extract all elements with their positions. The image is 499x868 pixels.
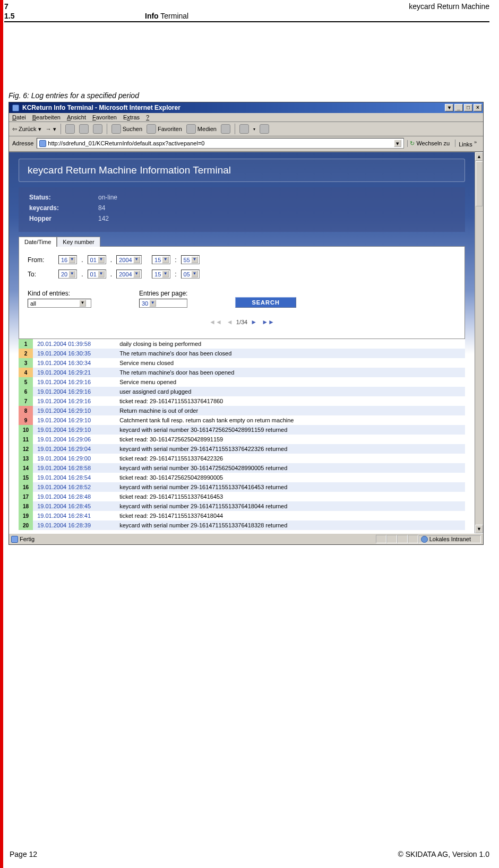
- row-timestamp: 19.01.2004 16:28:39: [33, 520, 115, 530]
- table-row: 1919.01.2004 16:28:41ticket read: 29-161…: [19, 511, 465, 520]
- toolbar-separator: [107, 124, 107, 134]
- mail-icon[interactable]: [239, 124, 249, 134]
- chevron-down-icon: ▼: [133, 256, 140, 263]
- pager-first-icon[interactable]: ◄◄: [208, 318, 223, 326]
- address-field[interactable]: http://sdrefund_01/KCReturnInfo/default.…: [37, 138, 404, 149]
- row-message: The return machine's door has been opene…: [115, 368, 465, 377]
- from-day-select[interactable]: 16▼: [58, 255, 77, 264]
- window-title: KCReturn Info Terminal - Microsoft Inter…: [22, 104, 180, 111]
- footer-page: Page 12: [10, 850, 37, 858]
- row-number: 13: [19, 454, 33, 463]
- row-timestamp: 19.01.2004 16:29:16: [33, 377, 115, 387]
- menu-datei[interactable]: Datei: [12, 114, 26, 120]
- scroll-down-icon[interactable]: ▼: [475, 525, 483, 533]
- search-button[interactable]: Suchen: [111, 124, 142, 134]
- pager-next-icon[interactable]: ►: [249, 318, 259, 326]
- globe-icon: [421, 536, 428, 543]
- row-timestamp: 19.01.2004 16:28:41: [33, 511, 115, 520]
- table-row: 219.01.2004 16:30:35The return machine's…: [19, 349, 465, 358]
- menubar: Datei Bearbeiten Ansicht Favoriten Extra…: [9, 113, 483, 122]
- row-timestamp: 19.01.2004 16:29:10: [33, 415, 115, 425]
- page-icon: [11, 536, 18, 543]
- row-message: daily closing is being performed: [115, 339, 465, 349]
- row-timestamp: 19.01.2004 16:29:16: [33, 396, 115, 406]
- vertical-scrollbar[interactable]: ▲ ▼: [475, 152, 483, 533]
- menu-bearbeiten[interactable]: Bearbeiten: [32, 114, 61, 120]
- minimize-button[interactable]: _: [454, 104, 463, 111]
- row-timestamp: 19.01.2004 16:29:10: [33, 425, 115, 435]
- row-timestamp: 19.01.2004 16:29:04: [33, 444, 115, 454]
- table-row: 1319.01.2004 16:29:00ticket read: 29-161…: [19, 454, 465, 463]
- to-month-select[interactable]: 01▼: [88, 270, 106, 279]
- window-titlebar: KCReturn Info Terminal - Microsoft Inter…: [9, 102, 483, 113]
- red-margin-stripe: [0, 0, 3, 868]
- address-dropdown[interactable]: ▾: [394, 140, 401, 147]
- to-hour-select[interactable]: 15▼: [152, 270, 170, 279]
- row-number: 4: [19, 368, 33, 377]
- row-number: 17: [19, 492, 33, 501]
- from-min-select[interactable]: 55▼: [181, 255, 200, 264]
- back-button[interactable]: ⇦ Zurück ▾: [12, 126, 41, 133]
- keycards-label: keycards:: [29, 204, 98, 212]
- from-month-select[interactable]: 01▼: [88, 255, 106, 264]
- security-zone: Lokales Intranet: [418, 535, 481, 543]
- footer-copyright: © SKIDATA AG, Version 1.0: [398, 850, 489, 858]
- history-icon[interactable]: [221, 124, 230, 134]
- restore-small-button[interactable]: ▾: [445, 104, 453, 111]
- refresh-icon[interactable]: [79, 124, 89, 134]
- row-message: Catchment tank full resp. return cash ta…: [115, 415, 465, 425]
- from-hour-select[interactable]: 15▼: [152, 255, 170, 264]
- pager-prev-icon[interactable]: ◄: [225, 318, 235, 326]
- row-number: 20: [19, 520, 33, 530]
- figure-caption: Fig. 6: Log entries for a specified peri…: [8, 91, 495, 100]
- doc-header: 7 keycard Return Machine 1.5 Info Termin…: [4, 0, 495, 22]
- from-year-select[interactable]: 2004▼: [116, 255, 141, 264]
- go-button[interactable]: ↻ Wechseln zu: [407, 140, 452, 147]
- filter-form: From: 16▼. 01▼. 2004▼ 15▼: 55▼ To: 20▼. …: [19, 246, 465, 339]
- row-timestamp: 19.01.2004 16:30:34: [33, 358, 115, 368]
- row-message: user assigned card plugged: [115, 387, 465, 396]
- row-message: keycard with serial number 29-1614711551…: [115, 501, 465, 511]
- log-table: 120.01.2004 01:39:58daily closing is bei…: [19, 339, 465, 530]
- home-icon[interactable]: [93, 124, 102, 134]
- menu-extras[interactable]: Extras: [123, 114, 140, 120]
- close-button[interactable]: ×: [474, 104, 482, 111]
- row-message: keycard with serial number 29-1614711551…: [115, 482, 465, 492]
- row-timestamp: 19.01.2004 16:29:00: [33, 454, 115, 463]
- table-row: 1219.01.2004 16:29:04keycard with serial…: [19, 444, 465, 454]
- pager-last-icon[interactable]: ►►: [260, 318, 276, 326]
- kind-select[interactable]: all▼: [28, 299, 91, 308]
- media-button[interactable]: Medien: [186, 124, 217, 134]
- row-number: 15: [19, 473, 33, 482]
- search-button[interactable]: SEARCH: [235, 297, 296, 308]
- row-number: 2: [19, 349, 33, 358]
- forward-button[interactable]: → ▾: [46, 126, 56, 133]
- row-message: Service menu closed: [115, 358, 465, 368]
- stop-icon[interactable]: [65, 124, 75, 134]
- media-icon: [186, 124, 196, 134]
- maximize-button[interactable]: □: [464, 104, 472, 111]
- tab-keynumber[interactable]: Key number: [57, 237, 100, 247]
- status-cell: [386, 535, 397, 543]
- chevron-down-icon: ▼: [79, 300, 86, 307]
- favorites-button[interactable]: Favoriten: [147, 124, 182, 134]
- status-cell: [397, 535, 408, 543]
- menu-ansicht[interactable]: Ansicht: [67, 114, 86, 120]
- menu-favoriten[interactable]: Favoriten: [92, 114, 117, 120]
- to-year-select[interactable]: 2004▼: [116, 270, 141, 279]
- row-number: 1: [19, 339, 33, 349]
- scroll-thumb[interactable]: [476, 161, 483, 206]
- print-icon[interactable]: [260, 124, 269, 134]
- to-day-select[interactable]: 20▼: [58, 270, 77, 279]
- keycards-value: 84: [98, 204, 105, 212]
- perpage-select[interactable]: 30▼: [139, 299, 187, 308]
- links-bar[interactable]: Links »: [455, 140, 480, 147]
- status-label: Status:: [29, 194, 98, 201]
- row-number: 18: [19, 501, 33, 511]
- menu-help[interactable]: ?: [146, 114, 149, 120]
- tab-datetime[interactable]: Date/Time: [19, 237, 57, 247]
- scroll-up-icon[interactable]: ▲: [475, 152, 483, 161]
- row-message: ticket read: 29-16147115513376417860: [115, 396, 465, 406]
- chevron-down-icon: ▼: [68, 271, 75, 277]
- to-min-select[interactable]: 05▼: [181, 270, 200, 279]
